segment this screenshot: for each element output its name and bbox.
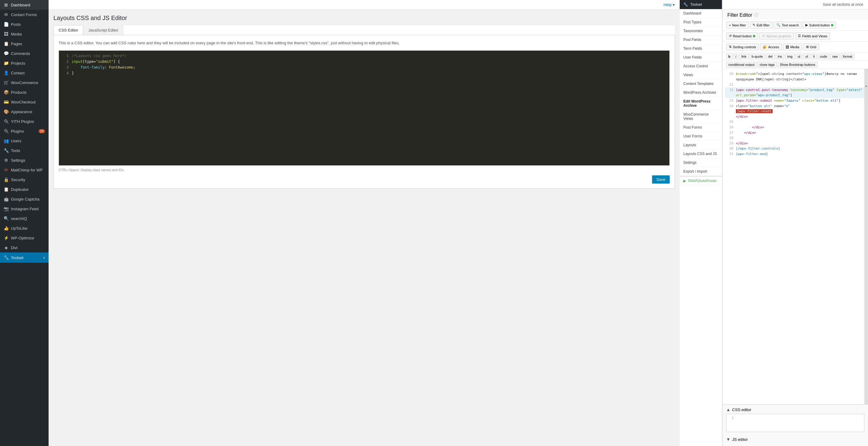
fmt-raw[interactable]: raw	[830, 54, 840, 59]
main-content: Help ▾ Layouts CSS and JS Editor CSS Edi…	[49, 0, 680, 446]
fmt-link[interactable]: link	[739, 54, 749, 59]
css-editor-mini[interactable]: 1	[726, 414, 864, 432]
sorting-controls-btn[interactable]: ⇅ Sorting controls	[726, 43, 759, 50]
toolset-menu-item-settings[interactable]: Settings	[680, 159, 722, 167]
access-btn[interactable]: 🔐 Access	[760, 43, 781, 50]
filter-code-area[interactable]: ▲ 20 breadcrumb">[wpml-string context="w…	[722, 69, 868, 405]
sidebar-item-dashboard[interactable]: ⊞ Dashboard	[0, 0, 49, 10]
sidebar-item-label: Toolset	[11, 255, 23, 260]
sidebar-item-google-captcha[interactable]: 🤖 Google Captcha	[0, 194, 49, 204]
toolset-menu-item-post-forms[interactable]: Post Forms	[680, 123, 722, 132]
fmt-ins[interactable]: ins	[776, 54, 784, 59]
toolset-menu-item-access-control[interactable]: Access Control	[680, 62, 722, 71]
sidebar-item-wp-optimize[interactable]: ⚡ WP-Optimize	[0, 233, 49, 243]
sidebar-item-label: Appearance	[11, 109, 32, 114]
toolset-menu-item-taxonomies[interactable]: Taxonomies	[680, 27, 722, 35]
save-all-sections[interactable]: Save all sections at once	[823, 2, 863, 7]
sidebar-item-posts[interactable]: 📄 Posts	[0, 20, 49, 29]
sidebar-item-appearance[interactable]: 🎨 Appearance	[0, 107, 49, 116]
sidebar-item-woocheckout[interactable]: 💳 WooCheckout	[0, 97, 49, 107]
new-filter-btn[interactable]: + New filter	[726, 22, 749, 29]
sidebar-item-instagram[interactable]: 📷 Instagram Feed	[0, 204, 49, 214]
close-tags-btn[interactable]: close tags	[757, 62, 777, 67]
sidebar-item-contact-forms[interactable]: ✉ Contact Forms	[0, 10, 49, 20]
sidebar-item-label: Pages	[11, 41, 22, 46]
sidebar-item-yith[interactable]: 🔌 YITH Plugins	[0, 116, 49, 126]
spinner-graphics-btn[interactable]: ⊙ Spinner graphics	[759, 32, 794, 39]
fmt-li[interactable]: li	[811, 54, 817, 59]
toolset-menu-item-user-fields[interactable]: User Fields	[680, 53, 722, 62]
fmt-italic[interactable]: i	[734, 54, 738, 59]
conditional-output-btn[interactable]: conditional output	[726, 62, 756, 67]
toolset-menu-item-dashboard[interactable]: Dashboard	[680, 9, 722, 18]
css-collapse-btn[interactable]: ▲	[726, 407, 731, 412]
fmt-ul[interactable]: ul	[796, 54, 803, 59]
sidebar-item-settings[interactable]: ⚙ Settings	[0, 155, 49, 165]
sidebar-item-comments[interactable]: 💬 Comments	[0, 48, 49, 58]
grid-label: Grid	[810, 45, 816, 49]
sidebar-item-plugins[interactable]: 🔌 Plugins 20	[0, 126, 49, 136]
sidebar-item-label: Products	[11, 90, 26, 95]
sidebar-item-products[interactable]: 📦 Products	[0, 88, 49, 97]
toolset-menu-item-views[interactable]: Views	[680, 71, 722, 79]
toolset-menu-item-woo-views[interactable]: WooCommerce Views	[680, 110, 722, 123]
sidebar-item-projects[interactable]: 📁 Projects	[0, 58, 49, 68]
fmt-bquote[interactable]: b-quote	[749, 54, 765, 59]
sidebar-item-mailchimp[interactable]: ✉ MailChimp for WP	[0, 165, 49, 175]
line-content: font-family: FontAwesome;	[72, 65, 135, 70]
spinner-label: Spinner graphics	[766, 34, 791, 38]
fields-views-btn[interactable]: ☰ Fields and Views	[795, 32, 830, 39]
fmt-code[interactable]: code	[818, 54, 830, 59]
sidebar-item-uptolike[interactable]: 👍 UpToLike	[0, 223, 49, 233]
css-code-editor[interactable]: 1 /*Layouts css goes here*/ 2 input[type…	[59, 50, 670, 166]
submit-button-btn[interactable]: ▶ Submit button	[803, 22, 836, 29]
fmt-format[interactable]: format	[841, 54, 854, 59]
sidebar-item-woocommerce[interactable]: 🛒 WooCommerce	[0, 78, 49, 88]
sidebar-item-divi[interactable]: ◈ Divi	[0, 243, 49, 252]
grid-btn[interactable]: ⊞ Grid	[803, 43, 819, 50]
sidebar-item-media[interactable]: 🖼 Media	[0, 29, 49, 39]
toolset-menu-item-edit-archive[interactable]: Edit WordPress Archive	[680, 97, 722, 110]
sidebar-item-tools[interactable]: 🔧 Tools	[0, 146, 49, 155]
reset-button-btn[interactable]: ↺ Reset button	[726, 32, 758, 39]
toolset-menu-item-user-forms[interactable]: User Forms	[680, 132, 722, 141]
media-btn[interactable]: 🖼 Media	[783, 43, 802, 50]
searchiq-icon: 🔍	[4, 216, 8, 221]
wp-optimize-icon: ⚡	[4, 235, 8, 240]
woocheckout-icon: 💳	[4, 100, 8, 104]
fmt-del[interactable]: del	[766, 54, 775, 59]
sidebar-item-pages[interactable]: 📋 Pages	[0, 39, 49, 48]
new-filter-icon: +	[729, 23, 731, 27]
sidebar-item-users[interactable]: 👥 Users	[0, 136, 49, 146]
fmt-img[interactable]: img	[785, 54, 795, 59]
toolset-menu-item-content-templates[interactable]: Content Templates	[680, 79, 722, 88]
sidebar-item-duplicator[interactable]: 📋 Duplicator	[0, 184, 49, 194]
toolset-menu-item-wordpress-archives[interactable]: WordPress Archives	[680, 88, 722, 97]
fmt-ol[interactable]: ol	[803, 54, 810, 59]
toolset-menu-item-export[interactable]: Export / Import	[680, 167, 722, 176]
toolset-menu-item-post-fields[interactable]: Post Fields	[680, 35, 722, 44]
toolset-menu-item-post-types[interactable]: Post Types	[680, 18, 722, 27]
filter-info-icon[interactable]: ⓘ	[754, 12, 758, 18]
filter-editor-title: Filter Editor	[727, 12, 752, 18]
sidebar-item-contact[interactable]: 👤 Contact	[0, 68, 49, 78]
text-search-btn[interactable]: 🔍 Text search	[774, 22, 802, 29]
tab-css-editor[interactable]: CSS Editor	[54, 25, 83, 35]
tab-js-editor[interactable]: JavaScript Editor	[83, 25, 123, 35]
sidebar-item-searchiq[interactable]: 🔍 searchIQ	[0, 214, 49, 223]
code-line-2: 2 input[type="submit"] {	[61, 59, 667, 65]
settings-icon: ⚙	[4, 158, 8, 163]
save-button[interactable]: Save	[652, 175, 670, 183]
toolset-menu-item-snap[interactable]: ▶ SNAP|AutoPoster	[680, 176, 722, 185]
sidebar-item-security[interactable]: 🔒 Security	[0, 175, 49, 184]
toolset-menu-item-layouts[interactable]: Layouts	[680, 141, 722, 149]
fmt-bold[interactable]: b	[726, 54, 733, 59]
edit-filter-btn[interactable]: ✎ Edit filter	[750, 22, 772, 29]
posts-icon: 📄	[4, 22, 8, 27]
help-link[interactable]: Help ▾	[663, 2, 675, 7]
sidebar-item-toolset[interactable]: 🔧 Toolset ‹	[0, 252, 49, 263]
toolset-menu-item-term-fields[interactable]: Term Fields	[680, 44, 722, 53]
js-collapse-btn[interactable]: ▼	[726, 437, 731, 442]
show-bootstrap-buttons-btn[interactable]: Show Bootstrap buttons	[778, 62, 817, 67]
toolset-menu-item-layouts-css[interactable]: Layouts CSS and JS	[680, 149, 722, 159]
